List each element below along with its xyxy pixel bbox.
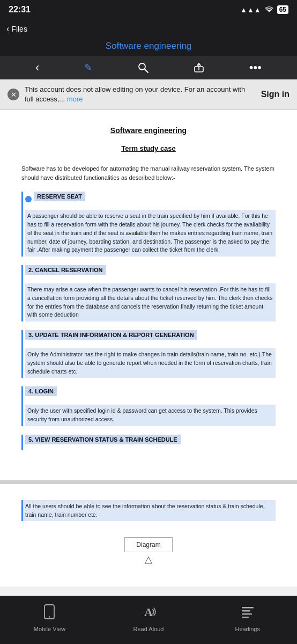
search-icon[interactable]	[138, 62, 148, 73]
back-label: Files	[11, 25, 27, 33]
svg-rect-10	[242, 617, 249, 618]
document-title-nav: Software engineering	[106, 41, 192, 51]
section-2-heading: 2. CANCEL RESERVATION	[25, 265, 106, 275]
section-4-heading-row: 4. LOGIN	[25, 386, 276, 401]
section-4-body: Only the user with specified login id & …	[25, 405, 276, 426]
section-1-body: A passenger should be able to reserve a …	[25, 210, 276, 257]
more-icon[interactable]: •••	[249, 61, 262, 75]
page-2: All the users should be able to see the …	[0, 484, 297, 587]
document-container: Software engineering Term study case Sof…	[0, 110, 297, 587]
diagram-label: Diagram	[136, 541, 160, 548]
back-icon[interactable]: ‹	[35, 61, 39, 75]
section-3-heading: 3. UPDATE TRAIN INFORMATION & REPORT GEN…	[25, 330, 197, 340]
document-main-title: Software engineering	[21, 126, 276, 135]
tab-headings-label: Headings	[235, 626, 259, 632]
share-icon[interactable]	[194, 62, 204, 73]
headings-icon	[240, 604, 255, 623]
tab-headings[interactable]: Headings	[198, 596, 297, 644]
document-intro: Software has to be developed for automat…	[21, 164, 276, 182]
status-time: 22:31	[9, 5, 31, 14]
status-icons: ▲▲▲ 65	[240, 5, 288, 14]
title-bar: Software engineering	[0, 39, 297, 56]
section-3-heading-row: 3. UPDATE TRAIN INFORMATION & REPORT GEN…	[25, 330, 276, 345]
edit-banner: ✕ This account does not allow editing on…	[0, 79, 297, 110]
section-5-heading-row: 5. VIEW RESERVATION STATUS & TRAIN SCHED…	[25, 435, 276, 450]
section-5-heading: 5. VIEW RESERVATION STATUS & TRAIN SCHED…	[25, 435, 181, 444]
svg-rect-9	[242, 613, 252, 615]
section-2: 2. CANCEL RESERVATION There may arise a …	[21, 265, 276, 321]
back-button[interactable]: ‹ Files	[6, 24, 27, 34]
signal-icon: ▲▲▲	[240, 6, 261, 14]
section-5: 5. VIEW RESERVATION STATUS & TRAIN SCHED…	[21, 435, 276, 450]
tab-read-aloud[interactable]: A Read Aloud	[99, 596, 198, 644]
page-2-body: All the users should be able to see the …	[21, 500, 276, 522]
section-4-heading: 4. LOGIN	[25, 386, 57, 396]
diagram-button[interactable]: Diagram	[124, 537, 173, 552]
edit-icon[interactable]: ✎	[84, 62, 92, 74]
nav-bar: ‹ Files	[0, 19, 297, 39]
section-2-body: There may arise a case when the passenge…	[25, 283, 276, 321]
banner-close-button[interactable]: ✕	[8, 89, 19, 100]
document-subtitle: Term study case	[21, 144, 276, 152]
status-bar: 22:31 ▲▲▲ 65	[0, 0, 297, 19]
section-1: RESERVE SEAT A passenger should be able …	[21, 192, 276, 257]
close-icon: ✕	[11, 91, 17, 99]
svg-point-5	[49, 616, 50, 617]
section-3: 3. UPDATE TRAIN INFORMATION & REPORT GEN…	[21, 330, 276, 378]
section-1-dot	[25, 196, 32, 202]
tab-mobile-view-label: Mobile View	[34, 626, 65, 632]
svg-text:A: A	[144, 605, 153, 619]
section-2-heading-row: 2. CANCEL RESERVATION	[25, 265, 276, 280]
svg-line-1	[145, 69, 148, 72]
sign-in-button[interactable]: Sign in	[261, 90, 289, 99]
section-4: 4. LOGIN Only the user with specified lo…	[21, 386, 276, 426]
banner-message: This account does not allow editing on y…	[25, 85, 256, 104]
toolbar: ‹ ✎ •••	[0, 56, 297, 79]
svg-point-0	[139, 63, 145, 70]
battery-indicator: 65	[277, 5, 288, 14]
diagram-area: Diagram △	[21, 537, 276, 565]
svg-rect-8	[242, 610, 250, 612]
read-aloud-icon: A	[141, 604, 156, 623]
section-1-heading-row: RESERVE SEAT	[25, 192, 276, 207]
back-arrow-icon: ‹	[6, 24, 9, 34]
section-1-heading: RESERVE SEAT	[34, 192, 85, 201]
page-1: Software engineering Term study case Sof…	[0, 110, 297, 484]
diagram-arrow-icon: △	[21, 553, 276, 565]
phone-icon	[43, 604, 55, 623]
tab-read-aloud-label: Read Aloud	[133, 626, 164, 632]
section-3-body: Only the Administrator has the right to …	[25, 348, 276, 378]
bottom-toolbar: Mobile View A Read Aloud Headings	[0, 596, 297, 644]
svg-rect-7	[242, 607, 254, 609]
wifi-icon	[264, 5, 274, 14]
tab-mobile-view[interactable]: Mobile View	[0, 596, 99, 644]
